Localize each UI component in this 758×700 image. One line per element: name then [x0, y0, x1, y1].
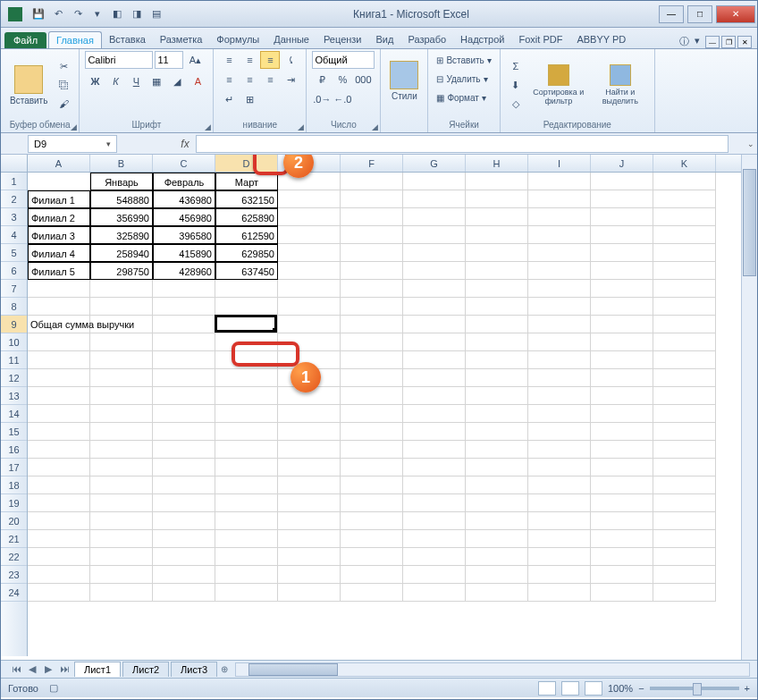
- table-cell[interactable]: 428960: [153, 262, 215, 280]
- row-header-14[interactable]: 14: [1, 405, 27, 423]
- row-header-4[interactable]: 4: [1, 226, 27, 244]
- font-color-icon[interactable]: A: [188, 72, 207, 90]
- active-cell[interactable]: [215, 315, 277, 333]
- vertical-scroll-thumb[interactable]: [743, 169, 756, 276]
- col-header-K[interactable]: K: [653, 155, 716, 172]
- sheet-tab-Лист2[interactable]: Лист2: [122, 662, 169, 677]
- row-header-20[interactable]: 20: [1, 512, 27, 530]
- row-header-19[interactable]: 19: [1, 494, 27, 512]
- sheet-first-icon[interactable]: ⏮: [8, 663, 24, 675]
- normal-view-button[interactable]: [538, 681, 556, 696]
- row-header-12[interactable]: 12: [1, 369, 27, 387]
- table-cell[interactable]: Филиал 5: [28, 262, 90, 280]
- zoom-out-icon[interactable]: −: [638, 683, 644, 694]
- formula-expand-icon[interactable]: ⌄: [745, 139, 757, 148]
- file-tab[interactable]: Файл: [4, 32, 46, 48]
- col-header-C[interactable]: C: [153, 155, 215, 172]
- alignment-launcher-icon[interactable]: ◢: [298, 122, 304, 131]
- row-header-7[interactable]: 7: [1, 280, 27, 298]
- row-header-5[interactable]: 5: [1, 244, 27, 262]
- wrap-text-icon[interactable]: ↵: [219, 90, 239, 108]
- zoom-in-icon[interactable]: +: [745, 683, 750, 694]
- sheet-prev-icon[interactable]: ◀: [24, 663, 40, 675]
- increase-decimal-icon[interactable]: .0→: [312, 90, 332, 108]
- col-header-E[interactable]: E: [278, 155, 341, 172]
- table-cell[interactable]: 325890: [90, 226, 153, 244]
- row-header-18[interactable]: 18: [1, 477, 27, 494]
- indent-icon[interactable]: ⇥: [281, 71, 300, 89]
- col-header-B[interactable]: B: [90, 155, 153, 172]
- insert-function-button[interactable]: fx: [174, 135, 196, 153]
- maximize-button[interactable]: □: [687, 5, 712, 23]
- table-cell[interactable]: 625890: [215, 208, 278, 226]
- qat-custom2-icon[interactable]: ◨: [128, 5, 146, 23]
- qat-more-icon[interactable]: ▾: [88, 5, 106, 23]
- tab-формулы[interactable]: Формулы: [209, 31, 266, 48]
- zoom-slider[interactable]: [650, 687, 739, 690]
- table-cell[interactable]: Филиал 4: [28, 244, 90, 262]
- row-header-10[interactable]: 10: [1, 333, 27, 351]
- new-sheet-icon[interactable]: ⊕: [221, 664, 228, 674]
- copy-icon[interactable]: ⿻: [54, 76, 73, 94]
- fill-icon[interactable]: ⬇: [506, 76, 526, 94]
- zoom-level[interactable]: 100%: [608, 683, 633, 694]
- merge-icon[interactable]: ⊞: [240, 90, 259, 108]
- table-cell[interactable]: 436980: [153, 190, 215, 208]
- row-header-23[interactable]: 23: [1, 566, 27, 584]
- border-icon[interactable]: ▦: [147, 72, 166, 90]
- name-box-dropdown-icon[interactable]: ▾: [106, 139, 111, 148]
- sheet-tab-Лист1[interactable]: Лист1: [74, 662, 121, 677]
- tab-вид[interactable]: Вид: [369, 31, 401, 48]
- row-header-1[interactable]: 1: [1, 173, 27, 190]
- table-cell[interactable]: Филиал 1: [28, 190, 90, 208]
- summary-label-cell[interactable]: Общая сумма выручки: [28, 316, 215, 333]
- horizontal-scroll-thumb[interactable]: [248, 663, 338, 676]
- row-header-2[interactable]: 2: [1, 190, 27, 208]
- fill-color-icon[interactable]: ◢: [167, 72, 187, 90]
- row-header-11[interactable]: 11: [1, 351, 27, 369]
- row-header-17[interactable]: 17: [1, 459, 27, 477]
- font-name-select[interactable]: [85, 51, 153, 69]
- table-cell[interactable]: 632150: [215, 190, 278, 208]
- sort-filter-button[interactable]: Сортировка и фильтр: [528, 55, 589, 114]
- select-all-corner[interactable]: [1, 155, 28, 172]
- table-cell[interactable]: 456980: [153, 208, 215, 226]
- row-header-13[interactable]: 13: [1, 387, 27, 405]
- save-icon[interactable]: 💾: [29, 5, 47, 23]
- number-launcher-icon[interactable]: ◢: [372, 122, 378, 131]
- tab-вставка[interactable]: Вставка: [102, 31, 153, 48]
- formula-input[interactable]: [196, 135, 729, 153]
- clipboard-launcher-icon[interactable]: ◢: [71, 122, 77, 131]
- find-select-button[interactable]: Найти и выделить: [592, 55, 649, 114]
- wb-minimize-button[interactable]: —: [705, 36, 720, 48]
- col-header-G[interactable]: G: [403, 155, 466, 172]
- styles-button[interactable]: Стили: [386, 51, 422, 110]
- tab-рецензи[interactable]: Рецензи: [316, 31, 369, 48]
- table-cell[interactable]: 637450: [215, 262, 278, 280]
- format-cells-button[interactable]: ▦ Формат ▾: [434, 89, 493, 106]
- tab-разрабо[interactable]: Разрабо: [400, 31, 453, 48]
- help-icon[interactable]: ⓘ: [679, 35, 689, 48]
- row-header-24[interactable]: 24: [1, 584, 27, 602]
- number-format-select[interactable]: [312, 51, 375, 69]
- row-header-6[interactable]: 6: [1, 262, 27, 280]
- align-center-icon[interactable]: ≡: [240, 71, 259, 89]
- italic-button[interactable]: К: [105, 72, 125, 90]
- table-cell[interactable]: Филиал 2: [28, 208, 90, 226]
- redo-icon[interactable]: ↷: [69, 5, 87, 23]
- clear-icon[interactable]: ◇: [506, 95, 526, 113]
- autosum-icon[interactable]: Σ: [506, 57, 526, 75]
- table-header[interactable]: Февраль: [153, 173, 215, 190]
- col-header-I[interactable]: I: [528, 155, 591, 172]
- delete-cells-button[interactable]: ⊟ Удалить ▾: [434, 70, 493, 88]
- qat-custom3-icon[interactable]: ▤: [147, 5, 165, 23]
- row-header-16[interactable]: 16: [1, 441, 27, 459]
- align-left-icon[interactable]: ≡: [219, 71, 239, 89]
- sheet-next-icon[interactable]: ▶: [40, 663, 56, 675]
- qat-custom1-icon[interactable]: ◧: [108, 5, 126, 23]
- format-painter-icon[interactable]: 🖌: [54, 95, 73, 113]
- underline-button[interactable]: Ч: [126, 72, 146, 90]
- table-cell[interactable]: 415890: [153, 244, 215, 262]
- vertical-scrollbar[interactable]: [741, 155, 757, 660]
- font-launcher-icon[interactable]: ◢: [205, 122, 211, 131]
